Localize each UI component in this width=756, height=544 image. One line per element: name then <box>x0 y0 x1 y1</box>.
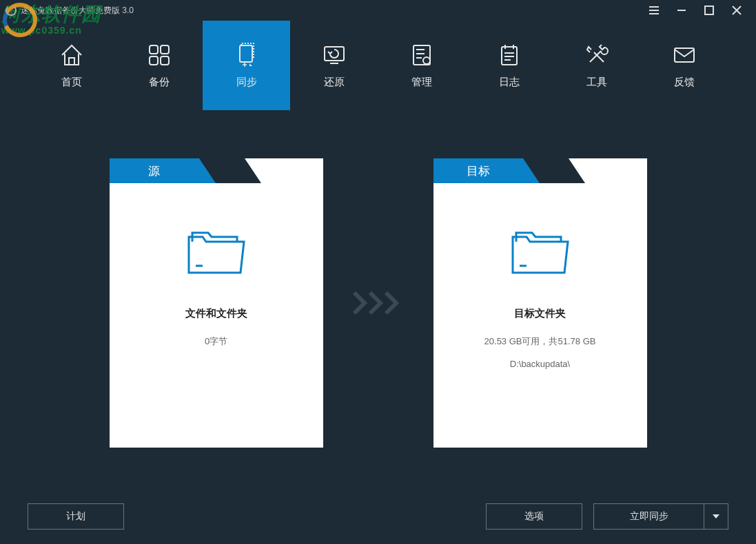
plan-button[interactable]: 计划 <box>28 503 124 530</box>
home-icon <box>59 43 84 67</box>
svg-rect-12 <box>161 56 169 65</box>
nav-manage[interactable]: 管理 <box>378 21 466 110</box>
folder-icon <box>506 224 575 280</box>
restore-icon <box>322 43 347 67</box>
target-tab: 目标 <box>433 158 523 183</box>
nav-sync[interactable]: 同步 <box>203 21 290 110</box>
target-title: 目标文件夹 <box>514 307 566 320</box>
app-icon <box>6 5 17 16</box>
nav-tools[interactable]: 工具 <box>553 21 641 110</box>
nav-label: 工具 <box>586 76 607 89</box>
nav-restore[interactable]: 还原 <box>290 21 378 110</box>
close-button[interactable] <box>723 0 750 21</box>
sync-direction-arrows <box>351 286 406 320</box>
maximize-button[interactable] <box>695 0 723 21</box>
nav-feedback[interactable]: 反馈 <box>641 21 728 110</box>
options-button[interactable]: 选项 <box>486 503 582 530</box>
nav-label: 日志 <box>499 76 520 89</box>
source-title: 文件和文件夹 <box>185 307 247 320</box>
backup-icon <box>147 43 172 67</box>
titlebar: 迷你兔数据备份大师免费版 3.0 <box>0 0 756 21</box>
log-icon <box>497 43 522 67</box>
menu-button[interactable] <box>640 0 668 21</box>
footer: 计划 选项 立即同步 <box>0 496 756 537</box>
svg-rect-10 <box>161 45 169 54</box>
source-card[interactable]: 源 文件和文件夹 0字节 <box>110 158 323 448</box>
nav-label: 首页 <box>61 76 82 89</box>
tools-icon <box>584 43 609 67</box>
minimize-button[interactable] <box>668 0 695 21</box>
sync-now-dropdown[interactable] <box>704 503 728 530</box>
nav-label: 还原 <box>324 76 345 89</box>
svg-point-20 <box>423 57 430 64</box>
folder-icon <box>182 224 251 280</box>
sync-content: 源 文件和文件夹 0字节 目标 目标文件夹 20.53 GB可用，共51.78 … <box>0 110 756 496</box>
sync-now-split-button: 立即同步 <box>593 503 728 530</box>
svg-rect-11 <box>150 56 158 65</box>
svg-rect-13 <box>240 45 252 62</box>
source-size: 0字节 <box>205 335 227 348</box>
nav-backup[interactable]: 备份 <box>115 21 203 110</box>
svg-rect-16 <box>413 45 430 65</box>
sync-icon <box>234 43 259 67</box>
nav-log[interactable]: 日志 <box>466 21 553 110</box>
target-path: D:\backupdata\ <box>510 359 570 369</box>
svg-rect-9 <box>150 45 158 54</box>
target-space: 20.53 GB可用，共51.78 GB <box>484 335 596 348</box>
main-navbar: 首页 备份 同步 还原 管理 日志 工具 反馈 <box>0 21 756 110</box>
nav-label: 备份 <box>149 76 170 89</box>
manage-icon <box>409 43 434 67</box>
target-card[interactable]: 目标 目标文件夹 20.53 GB可用，共51.78 GB D:\backupd… <box>433 158 647 448</box>
feedback-icon <box>672 43 697 67</box>
nav-home[interactable]: 首页 <box>28 21 115 110</box>
nav-label: 同步 <box>236 76 257 89</box>
svg-rect-27 <box>675 48 694 62</box>
source-tab: 源 <box>110 158 199 183</box>
nav-label: 反馈 <box>674 76 695 89</box>
nav-label: 管理 <box>411 76 432 89</box>
sync-now-button[interactable]: 立即同步 <box>593 503 704 530</box>
svg-rect-6 <box>705 6 713 14</box>
window-title: 迷你兔数据备份大师免费版 3.0 <box>21 5 134 17</box>
